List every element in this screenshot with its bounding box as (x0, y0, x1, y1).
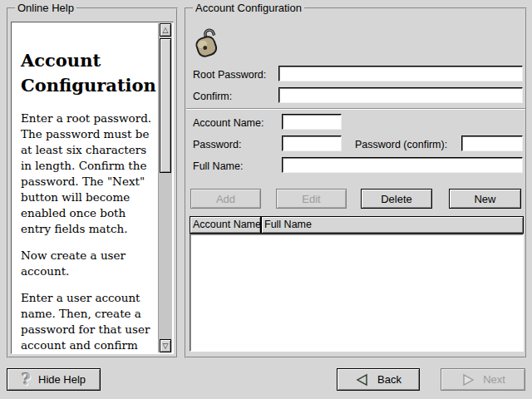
help-paragraph: Enter a user account name. Then, create … (21, 290, 153, 353)
back-label: Back (377, 373, 401, 386)
back-button[interactable]: Back (337, 368, 420, 391)
full-name-label: Full Name: (193, 160, 243, 172)
password-confirm-label: Password (confirm): (355, 139, 447, 150)
help-content: Account Configuration Enter a root passw… (12, 22, 158, 353)
user-table-body[interactable] (190, 234, 524, 352)
scroll-down-icon[interactable]: ▽ (160, 339, 171, 352)
next-arrow-icon (461, 373, 475, 387)
scrollbar-thumb[interactable] (160, 38, 171, 173)
new-button[interactable]: New (449, 189, 521, 209)
account-configuration-panel: Account Configuration Root Password: Con… (185, 7, 527, 358)
root-password-label: Root Password: (193, 69, 266, 81)
next-button[interactable]: Next (441, 368, 525, 391)
account-name-input[interactable] (282, 114, 342, 130)
add-button[interactable]: Add (190, 189, 261, 209)
help-scrollbar[interactable]: △ ▽ (158, 23, 172, 352)
hide-help-label: Hide Help (38, 373, 86, 386)
next-label: Next (483, 373, 505, 386)
column-header-account-name[interactable]: Account Name (190, 216, 261, 234)
confirm-label: Confirm: (193, 91, 232, 102)
account-configuration-frame-title: Account Configuration (193, 2, 304, 14)
edit-button[interactable]: Edit (276, 189, 347, 209)
user-table-header: Account Name Full Name (190, 216, 524, 234)
account-name-label: Account Name: (193, 117, 264, 129)
section-separator (186, 108, 525, 110)
help-paragraph: Enter a root password. The password must… (21, 111, 153, 237)
online-help-frame-title: Online Help (15, 2, 76, 14)
help-question-icon: ? (22, 372, 31, 387)
scroll-up-icon[interactable]: △ (160, 23, 171, 37)
password-confirm-input[interactable] (461, 135, 523, 151)
confirm-password-input[interactable] (278, 87, 523, 103)
password-label: Password: (193, 139, 241, 150)
back-arrow-icon (355, 373, 370, 387)
column-header-full-name[interactable]: Full Name (261, 216, 524, 234)
installer-window: { "window": { "width": 640, "height": 48… (0, 0, 532, 399)
padlock-icon (191, 26, 224, 59)
delete-button[interactable]: Delete (361, 189, 432, 209)
password-input[interactable] (282, 135, 342, 151)
root-password-input[interactable] (278, 66, 523, 81)
full-name-input[interactable] (282, 157, 523, 173)
help-paragraph: Now create a user account. (21, 248, 153, 279)
online-help-panel: Online Help Account Configuration Enter … (7, 7, 178, 358)
hide-help-button[interactable]: ? Hide Help (7, 368, 101, 391)
help-doc-title: Account Configuration (21, 48, 153, 98)
help-viewport: Account Configuration Enter a root passw… (11, 22, 174, 354)
